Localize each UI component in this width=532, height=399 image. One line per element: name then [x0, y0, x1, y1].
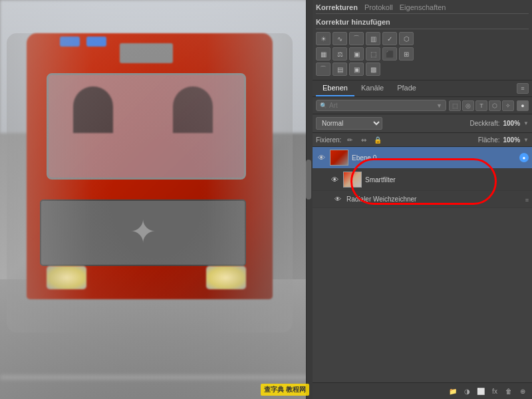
layer-radialer-settings[interactable]: ≡	[525, 196, 529, 203]
fix-draw-icon[interactable]: ✏	[344, 135, 355, 144]
tab-kanaele[interactable]: Kanäle	[354, 80, 390, 96]
filter-toggle-icon[interactable]: ●	[517, 100, 529, 111]
filter-type-icon[interactable]: T	[475, 100, 487, 111]
canvas-image: ✦	[0, 0, 313, 399]
filter-pixel-icon[interactable]: ⬚	[449, 100, 461, 111]
corrections-row-3: ⌒ ▤ ▣ ▩	[316, 63, 529, 76]
flaeche-label: Fläche:	[478, 136, 500, 144]
layers-list: 👁 Ebene 0 ● 👁 Smartfilter 👁 Radialer Wei…	[313, 147, 532, 382]
opacity-arrow[interactable]: ▼	[523, 120, 529, 126]
protokoll-tab[interactable]: Protokoll	[364, 3, 393, 11]
blend-mode-row: Normal Auflösen Abdunkeln Multiplizieren…	[313, 114, 532, 133]
colorbal-icon[interactable]: ▦	[316, 47, 331, 61]
flaeche-value: 100%	[503, 136, 521, 144]
eigenschaften-tab[interactable]: Eigenschaften	[400, 3, 446, 11]
exposure-icon[interactable]: ▥	[366, 32, 380, 45]
filter-shape-icon[interactable]: ⬡	[489, 100, 501, 111]
filter-smart-icon[interactable]: ✧	[502, 100, 514, 111]
layers-bottom-bar: 📁 ◑ ⬜ fx 🗑 ⊕	[313, 382, 532, 399]
posterize-icon[interactable]: ⊞	[399, 47, 414, 61]
invert-icon[interactable]: ⬛	[382, 47, 397, 61]
scrollbar[interactable]	[306, 0, 313, 399]
layer-search-input[interactable]	[329, 102, 369, 109]
layers-search-row: 🔍 ▼ ⬚ ◎ T ⬡ ✧ ●	[313, 97, 532, 114]
fix-lock-icon[interactable]: 🔒	[372, 135, 383, 144]
flaeche-arrow[interactable]: ▼	[523, 137, 529, 143]
hsl-icon[interactable]: ⬡	[399, 32, 414, 45]
watermark: 查字典 教程网	[261, 384, 309, 396]
layer-smartfilter[interactable]: 👁 Smartfilter	[313, 169, 532, 191]
layer-radialer-eye[interactable]: 👁	[332, 194, 343, 205]
tab-ebenen[interactable]: Ebenen	[316, 80, 354, 96]
search-dropdown-icon[interactable]: ▼	[436, 102, 442, 109]
panel-menu-icon[interactable]: ≡	[517, 83, 529, 94]
tab-pfade[interactable]: Pfade	[390, 80, 423, 96]
fixieren-row: Fixieren: ✏ ⇔ 🔒 Fläche: 100% ▼	[313, 133, 532, 147]
canvas-area: ✦ 查字典 教程网	[0, 0, 313, 399]
mask-icon[interactable]: ⬜	[475, 386, 487, 396]
layer-style-icon[interactable]: fx	[489, 386, 501, 396]
scrollbar-thumb[interactable]	[306, 160, 311, 200]
layer-radialer-name: Radialer Weichzeichner	[346, 196, 416, 203]
create-group-icon[interactable]: 📁	[447, 386, 459, 396]
right-panel: Korrekturen Protokoll Eigenschaften Korr…	[313, 0, 532, 399]
gradmap-icon[interactable]: ▤	[332, 63, 347, 76]
curves-icon[interactable]: ⌒	[349, 32, 364, 45]
corrections-row-2: ▦ ⚖ ▣ ⬚ ⬛ ⊞	[316, 47, 529, 61]
photo-filter-icon[interactable]: ▣	[349, 47, 364, 61]
fixieren-label: Fixieren:	[316, 136, 341, 144]
panel-tabs: Ebenen Kanäle Pfade ≡	[313, 80, 532, 97]
brightness-icon[interactable]: ☀	[316, 32, 331, 45]
layer-smartfilter-name: Smartfilter	[365, 176, 529, 184]
corrections-title: Korrektur hinzufügen	[316, 17, 529, 29]
pattern-icon[interactable]: ▩	[366, 63, 380, 76]
layer-filter-icons: ⬚ ◎ T ⬡ ✧	[449, 100, 514, 111]
blend-mode-select[interactable]: Normal Auflösen Abdunkeln Multiplizieren	[316, 117, 382, 130]
layer-ebene0-name: Ebene 0	[352, 154, 516, 162]
search-icon: 🔍	[320, 102, 327, 109]
layer-ebene0-thumb	[330, 150, 348, 166]
new-layer-icon[interactable]: ⊕	[517, 386, 529, 396]
layer-radialer[interactable]: 👁 Radialer Weichzeichner ≡	[313, 191, 532, 208]
layer-smartfilter-eye[interactable]: 👁	[329, 174, 340, 185]
bw-icon[interactable]: ⚖	[332, 47, 347, 61]
corrections-toolbar: Korrekturen Protokoll Eigenschaften Korr…	[313, 0, 532, 80]
vibrance-icon[interactable]: ✓	[382, 32, 397, 45]
channel-mix-icon[interactable]: ⬚	[366, 47, 380, 61]
delete-layer-icon[interactable]: 🗑	[503, 386, 515, 396]
filter-adjust-icon[interactable]: ◎	[462, 100, 474, 111]
opacity-label: Deckkraft:	[469, 120, 499, 127]
corrections-row-1: ☀ ∿ ⌒ ▥ ✓ ⬡	[316, 32, 529, 45]
layer-search-box[interactable]: 🔍 ▼	[316, 100, 446, 111]
opacity-value: 100%	[503, 120, 521, 127]
korrekturen-tab[interactable]: Korrekturen	[316, 3, 358, 11]
layer-smartfilter-thumb	[343, 172, 362, 188]
levels-icon[interactable]: ∿	[332, 32, 347, 45]
threshold-icon[interactable]: ⌒	[316, 63, 331, 76]
layer-ebene0-eye[interactable]: 👁	[316, 152, 327, 163]
layers-panel: 🔍 ▼ ⬚ ◎ T ⬡ ✧ ● Normal Auflösen Abdunkel…	[313, 97, 532, 399]
adjustment-layer-icon[interactable]: ◑	[461, 386, 473, 396]
layer-ebene0[interactable]: 👁 Ebene 0 ●	[313, 147, 532, 169]
selective-icon[interactable]: ▣	[349, 63, 364, 76]
fix-move-icon[interactable]: ⇔	[358, 135, 369, 144]
layer-ebene0-badge: ●	[519, 153, 529, 162]
